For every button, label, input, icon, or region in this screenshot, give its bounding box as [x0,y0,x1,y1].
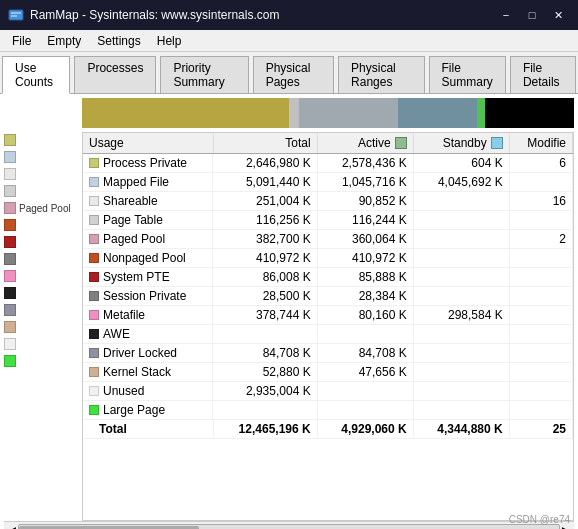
colorbar-unused [485,98,574,128]
legend-unused [4,336,78,352]
cell-total: 86,008 K [213,268,317,287]
cell-modified: 2 [509,230,572,249]
scroll-left-button[interactable]: ◄ [8,524,18,529]
active-color-box [395,137,407,149]
cell-active [317,382,413,401]
cell-total: 2,935,004 K [213,382,317,401]
cell-active [317,401,413,420]
cell-total: 378,744 K [213,306,317,325]
colorbar-shareable [289,98,299,128]
cell-usage-total: Total [83,420,213,439]
data-table-container[interactable]: Usage Total Active Standby Mod [82,132,574,521]
cell-standby-total: 4,344,880 K [413,420,509,439]
cell-modified: 6 [509,154,572,173]
cell-usage: Page Table [83,211,213,229]
legend-color-process-private [4,134,16,146]
legend-color-kernel-stack [4,321,16,333]
cell-active-total: 4,929,060 K [317,420,413,439]
table-header-row: Usage Total Active Standby Mod [83,133,573,154]
cell-modified [509,249,572,268]
colorbar-process-private [82,98,289,128]
cell-standby [413,382,509,401]
menu-file[interactable]: File [4,32,39,50]
tab-priority-summary[interactable]: Priority Summary [160,56,248,93]
window-controls: − □ ✕ [494,5,570,25]
menu-help[interactable]: Help [149,32,190,50]
tab-file-summary[interactable]: File Summary [429,56,506,93]
horizontal-scrollbar[interactable] [18,524,560,530]
cell-modified [509,344,572,363]
legend-color-metafile [4,270,16,282]
legend-mapped-file [4,149,78,165]
colorbar-large-page [477,98,485,128]
data-table: Usage Total Active Standby Mod [83,133,573,439]
table-row: Session Private 28,500 K 28,384 K [83,287,573,306]
svg-rect-1 [11,12,21,14]
cell-modified [509,401,572,420]
tab-processes[interactable]: Processes [74,56,156,93]
cell-standby: 298,584 K [413,306,509,325]
cell-modified [509,173,572,192]
legend-driver-locked [4,302,78,318]
col-header-standby: Standby [413,133,509,154]
legend-page-table [4,183,78,199]
legend-color-awe [4,287,16,299]
tab-physical-pages[interactable]: Physical Pages [253,56,334,93]
cell-total: 28,500 K [213,287,317,306]
cell-standby [413,401,509,420]
cell-active: 80,160 K [317,306,413,325]
cell-total: 410,972 K [213,249,317,268]
cell-active: 360,064 K [317,230,413,249]
table-row: Kernel Stack 52,880 K 47,656 K [83,363,573,382]
menu-empty[interactable]: Empty [39,32,89,50]
scrollbar-thumb [19,526,199,530]
table-row: Page Table 116,256 K 116,244 K [83,211,573,230]
table-row: System PTE 86,008 K 85,888 K [83,268,573,287]
cell-total: 251,004 K [213,192,317,211]
cell-active: 2,578,436 K [317,154,413,173]
legend-color-driver-locked [4,304,16,316]
legend-color-page-table [4,185,16,197]
legend-awe [4,285,78,301]
legend-color-mapped-file [4,151,16,163]
menu-bar: File Empty Settings Help [0,30,578,52]
maximize-button[interactable]: □ [520,5,544,25]
title-bar: RamMap - Sysinternals: www.sysinternals.… [0,0,578,30]
svg-rect-2 [11,15,17,17]
cell-total: 116,256 K [213,211,317,230]
cell-modified [509,306,572,325]
cell-modified: 16 [509,192,572,211]
minimize-button[interactable]: − [494,5,518,25]
legend-color-system-pte [4,236,16,248]
cell-modified [509,325,572,344]
horizontal-scrollbar-area: ◄ ► [4,521,574,529]
cell-modified [509,382,572,401]
cell-usage: Process Private [83,154,213,172]
cell-active: 410,972 K [317,249,413,268]
tab-physical-ranges[interactable]: Physical Ranges [338,56,424,93]
table-row-total: Total 12,465,196 K 4,929,060 K 4,344,880… [83,420,573,439]
cell-modified [509,287,572,306]
legend-color-nonpaged-pool [4,219,16,231]
table-row: Mapped File 5,091,440 K 1,045,716 K 4,04… [83,173,573,192]
tab-file-details[interactable]: File Details [510,56,576,93]
legend-color-large-page [4,355,16,367]
cell-modified [509,268,572,287]
tab-bar: Use Counts Processes Priority Summary Ph… [0,52,578,94]
close-button[interactable]: ✕ [546,5,570,25]
legend-session-private [4,251,78,267]
table-row: Metafile 378,744 K 80,160 K 298,584 K [83,306,573,325]
legend-large-page [4,353,78,369]
cell-standby [413,230,509,249]
cell-modified-total: 25 [509,420,572,439]
tab-use-counts[interactable]: Use Counts [2,56,70,94]
cell-usage: Unused [83,382,213,400]
table-row: Large Page [83,401,573,420]
table-row: Shareable 251,004 K 90,852 K 16 [83,192,573,211]
table-row: Paged Pool 382,700 K 360,064 K 2 [83,230,573,249]
cell-standby: 4,045,692 K [413,173,509,192]
cell-modified [509,363,572,382]
menu-settings[interactable]: Settings [89,32,148,50]
col-header-total: Total [213,133,317,154]
legend-color-session-private [4,253,16,265]
